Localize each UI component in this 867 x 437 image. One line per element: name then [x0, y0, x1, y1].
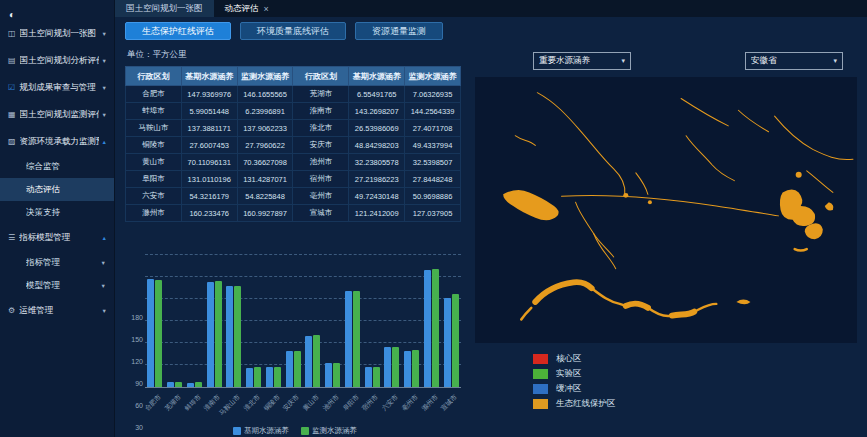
evaluation-button[interactable]: 资源通量监测	[355, 22, 443, 40]
region-select[interactable]: 安徽省▾	[745, 52, 843, 70]
bar-group-六安市[interactable]	[382, 256, 402, 387]
sidebar-subitem-label: 指标管理	[26, 257, 98, 269]
legend-swatch	[533, 354, 548, 364]
evaluation-button[interactable]: 环境质量底线评估	[240, 22, 346, 40]
sidebar-item-monitor-evaluate-warning[interactable]: ▦国土空间规划监测评估预警▼	[0, 101, 114, 128]
bar-monitored[interactable]	[432, 269, 439, 387]
tab-动态评估[interactable]: 动态评估×	[214, 0, 280, 17]
bar-base-period[interactable]	[187, 383, 194, 387]
value-cell: 49.72430148	[349, 188, 405, 205]
bar-base-period[interactable]	[167, 382, 174, 387]
bar-monitored[interactable]	[274, 367, 281, 387]
tab-国土空间规划一张图[interactable]: 国土空间规划一张图	[115, 0, 214, 17]
bar-group-铜陵市[interactable]	[264, 256, 284, 387]
select-value: 重要水源涵养	[539, 55, 621, 67]
bar-base-period[interactable]	[404, 351, 411, 387]
column-header: 基期水源涵养	[349, 67, 405, 86]
region-cell: 滁州市	[126, 205, 182, 222]
sidebar-item-label: 国土空间规划一张图	[20, 28, 99, 40]
content-area: 单位：平方公里 行政区划基期水源涵养监测水源涵养行政区划基期水源涵养监测水源涵养…	[115, 44, 867, 437]
bar-monitored[interactable]	[215, 281, 222, 387]
map-filters: 重要水源涵养▾安徽省▾	[475, 52, 857, 70]
sidebar-collapse-button[interactable]: ◐	[0, 2, 114, 20]
bar-monitored[interactable]	[234, 286, 241, 387]
chart-legend-item[interactable]: 基期水源涵养	[233, 426, 289, 436]
sidebar-subitem-comprehensive-supervision[interactable]: 综合监管	[0, 155, 114, 178]
bar-group-淮南市[interactable]	[204, 256, 224, 387]
bar-base-period[interactable]	[325, 363, 332, 387]
bar-group-安庆市[interactable]	[283, 256, 303, 387]
bar-monitored[interactable]	[294, 351, 301, 387]
bar-base-period[interactable]	[424, 270, 431, 388]
value-cell: 54.8225848	[237, 188, 293, 205]
sidebar-item-indicator-model-management[interactable]: ☰指标模型管理▲	[0, 224, 114, 251]
evaluation-button[interactable]: 生态保护红线评估	[125, 22, 231, 40]
bar-group-芜湖市[interactable]	[165, 256, 185, 387]
sidebar-subitem-indicator-management[interactable]: 指标管理▼	[0, 251, 114, 274]
bar-base-period[interactable]	[384, 347, 391, 387]
bar-base-period[interactable]	[305, 336, 312, 387]
bar-group-宣城市[interactable]	[441, 256, 461, 387]
sidebar-item-label: 资源环境承载力监测预警	[20, 136, 99, 148]
bar-monitored[interactable]	[254, 367, 261, 387]
value-cell: 32.23805578	[349, 154, 405, 171]
x-axis-tick-label: 合肥市	[143, 393, 163, 413]
x-axis-tick-label: 六安市	[380, 393, 400, 413]
bar-base-period[interactable]	[246, 368, 253, 387]
sidebar-item-one-map[interactable]: ◫国土空间规划一张图▼	[0, 20, 114, 47]
sidebar-subitem-label: 动态评估	[26, 184, 106, 196]
bar-group-亳州市[interactable]	[402, 256, 422, 387]
sidebar-item-analysis-evaluation[interactable]: ▤国土空间规划分析评价▼	[0, 47, 114, 74]
bar-group-马鞍山市[interactable]	[224, 256, 244, 387]
bar-base-period[interactable]	[266, 367, 273, 387]
table-row: 蚌埠市5.990514486.23996891淮南市143.2698207144…	[126, 103, 461, 120]
bar-base-period[interactable]	[286, 351, 293, 387]
chart-legend-item[interactable]: 监测水源涵养	[301, 426, 357, 436]
bar-monitored[interactable]	[373, 367, 380, 387]
sidebar-item-ops-management[interactable]: ⚙运维管理▼	[0, 297, 114, 324]
bar-group-滁州市[interactable]	[422, 256, 442, 387]
sidebar-item-review-management[interactable]: ☑规划成果审查与管理▼	[0, 74, 114, 101]
x-axis-tick-label: 淮北市	[242, 393, 262, 413]
bar-base-period[interactable]	[147, 279, 154, 387]
bar-monitored[interactable]	[452, 294, 459, 387]
bar-base-period[interactable]	[226, 286, 233, 387]
bar-monitored[interactable]	[392, 347, 399, 387]
y-axis-tick-label: 180	[125, 314, 143, 321]
bar-group-合肥市[interactable]	[145, 256, 165, 387]
bar-monitored[interactable]	[313, 335, 320, 387]
bar-monitored[interactable]	[155, 280, 162, 387]
indicator-select[interactable]: 重要水源涵养▾	[533, 52, 631, 70]
bar-monitored[interactable]	[195, 382, 202, 387]
bar-monitored[interactable]	[333, 363, 340, 387]
bar-group-池州市[interactable]	[323, 256, 343, 387]
chart-plot-area	[145, 256, 461, 388]
bar-group-宿州市[interactable]	[362, 256, 382, 387]
legend-swatch	[233, 427, 241, 435]
bar-monitored[interactable]	[412, 350, 419, 387]
x-axis-tick-label: 安庆市	[282, 393, 302, 413]
chevron-up-icon: ▲	[102, 235, 107, 241]
bar-base-period[interactable]	[444, 298, 451, 387]
bar-group-淮北市[interactable]	[244, 256, 264, 387]
sidebar-subitem-dynamic-evaluation[interactable]: 动态评估	[0, 178, 114, 201]
bar-monitored[interactable]	[175, 382, 182, 387]
bar-base-period[interactable]	[207, 282, 214, 387]
main-area: 国土空间规划一张图动态评估× 生态保护红线评估环境质量底线评估资源通量监测 单位…	[115, 0, 867, 437]
map-visualization[interactable]	[475, 77, 857, 343]
bar-monitored[interactable]	[353, 291, 360, 387]
bar-group-黄山市[interactable]	[303, 256, 323, 387]
value-cell: 27.8448248	[405, 171, 461, 188]
bar-base-period[interactable]	[345, 291, 352, 387]
bar-group-阜阳市[interactable]	[343, 256, 363, 387]
sidebar-menu: ◫国土空间规划一张图▼▤国土空间规划分析评价▼☑规划成果审查与管理▼▦国土空间规…	[0, 20, 114, 324]
bar-base-period[interactable]	[365, 367, 372, 387]
map-icon: ◫	[8, 29, 16, 38]
sidebar-item-capacity-monitor-warning[interactable]: ▨资源环境承载力监测预警▲	[0, 128, 114, 155]
bar-group-蚌埠市[interactable]	[185, 256, 205, 387]
dropdown-caret-icon: ▾	[621, 57, 625, 65]
sidebar-subitem-model-management[interactable]: 模型管理▼	[0, 274, 114, 297]
tab-close-icon[interactable]: ×	[264, 4, 269, 14]
sidebar-subitem-decision-support[interactable]: 决策支持	[0, 201, 114, 224]
ecological-redline-map	[475, 77, 857, 343]
